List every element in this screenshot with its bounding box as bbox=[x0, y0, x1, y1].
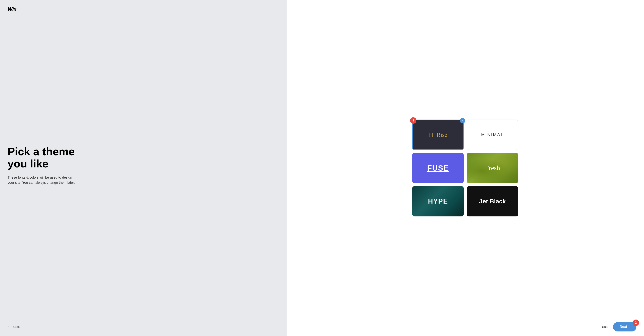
back-arrow-icon: ← bbox=[8, 325, 11, 329]
page-heading: Pick a theme you like bbox=[8, 146, 279, 170]
fresh-label: Fresh bbox=[485, 164, 500, 172]
left-content: Pick a theme you like These fonts & colo… bbox=[8, 12, 279, 330]
left-panel: Wix Pick a theme you like These fonts & … bbox=[0, 0, 286, 336]
next-arrow-icon: › bbox=[629, 325, 630, 328]
fuse-label: FUSE bbox=[427, 164, 449, 172]
jet-black-label: Jet Black bbox=[479, 198, 506, 205]
right-panel: 1 Hi Rise MINIMAL FUSE Fresh bbox=[286, 0, 644, 336]
next-label: Next bbox=[620, 325, 627, 329]
hype-label: HYPE bbox=[428, 197, 448, 205]
page-subtext: These fonts & colors will be used to des… bbox=[8, 175, 76, 185]
theme-card-fresh[interactable]: Fresh bbox=[467, 153, 518, 183]
hi-rise-label: Hi Rise bbox=[429, 131, 447, 138]
theme-jet-black-inner: Jet Black bbox=[467, 186, 518, 216]
next-btn-wrapper: 2 Next › bbox=[613, 322, 636, 332]
theme-minimal-inner: MINIMAL bbox=[467, 120, 518, 150]
theme-fuse-inner: FUSE bbox=[412, 153, 464, 183]
theme-grid: 1 Hi Rise MINIMAL FUSE Fresh bbox=[412, 120, 518, 216]
theme-card-hype[interactable]: HYPE bbox=[412, 186, 464, 216]
bottom-nav: ← Back Skip 2 Next › bbox=[0, 318, 644, 336]
theme-card-jet-black[interactable]: Jet Black bbox=[467, 186, 518, 216]
wix-logo: Wix bbox=[8, 6, 279, 12]
back-button[interactable]: ← Back bbox=[8, 325, 20, 329]
badge-2: 2 bbox=[633, 320, 639, 326]
back-label: Back bbox=[12, 325, 20, 329]
theme-hi-rise-inner: Hi Rise bbox=[412, 120, 464, 150]
skip-button[interactable]: Skip bbox=[602, 325, 608, 329]
theme-card-minimal[interactable]: MINIMAL bbox=[467, 120, 518, 150]
theme-fresh-inner: Fresh bbox=[467, 153, 518, 183]
minimal-label: MINIMAL bbox=[481, 132, 504, 137]
selected-checkmark bbox=[460, 118, 465, 123]
right-nav: Skip 2 Next › bbox=[602, 322, 636, 332]
theme-card-fuse[interactable]: FUSE bbox=[412, 153, 464, 183]
theme-hype-inner: HYPE bbox=[412, 186, 464, 216]
theme-card-hi-rise[interactable]: 1 Hi Rise bbox=[412, 120, 464, 150]
